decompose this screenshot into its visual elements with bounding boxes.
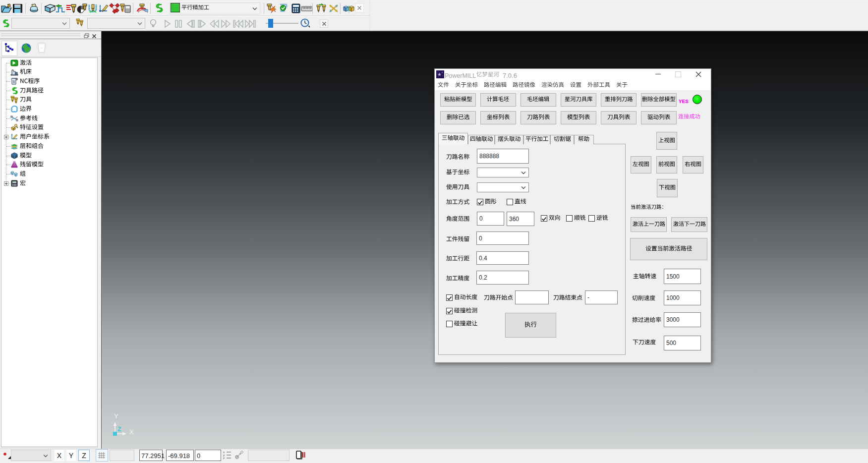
- svg-text:X: X: [129, 428, 134, 436]
- svg-text:Z: Z: [117, 425, 121, 433]
- svg-text:z: z: [223, 457, 225, 460]
- svg-text:Y: Y: [114, 412, 118, 420]
